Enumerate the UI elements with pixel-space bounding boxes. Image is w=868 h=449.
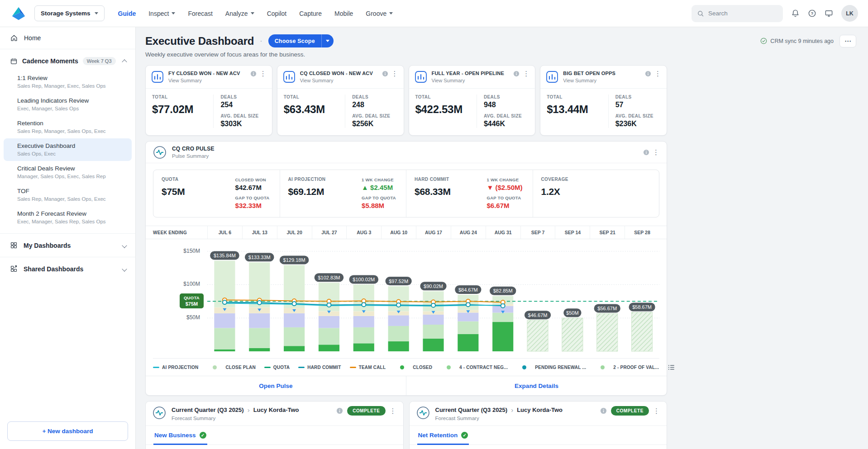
legend-team-call[interactable]: TEAM CALL [350, 365, 386, 370]
help-button[interactable]: ? [808, 9, 816, 18]
line-swatch-icon [350, 367, 356, 368]
main-content: Executive Dashboard · Choose Scope CRM s… [136, 27, 868, 449]
legend-list-icon[interactable] [668, 364, 675, 371]
legend-pending-renewal[interactable]: PENDING RENEWAL ... [516, 365, 586, 370]
nav-groove[interactable]: Groove [366, 10, 393, 17]
sidebar-item-1-1-review[interactable]: 1:1 Review Sales Rep, Manager, Exec, Sal… [4, 71, 132, 93]
info-icon[interactable] [382, 71, 388, 77]
crm-sync-status: CRM sync 9 minutes ago [760, 38, 834, 44]
kpi-total: TOTAL $77.02M [152, 95, 193, 128]
pulse-chart-svg[interactable]: $135.84M$133.33M$129.18M$102.83M$100.02M… [207, 244, 659, 354]
view-summary-link[interactable]: View Summary [300, 78, 377, 83]
week-label: SEP 28 [625, 226, 659, 239]
page-more-button[interactable]: ⋯ [839, 35, 856, 47]
sidebar-section-my-dashboards[interactable]: My Dashboards [0, 233, 135, 257]
kpi-card-fy-closed-won: FY CLOSED WON - NEW ACV View Summary ⋮ T… [145, 65, 272, 136]
sidebar-section-shared-dashboards[interactable]: Shared Dashboards [0, 257, 135, 280]
view-summary-link[interactable]: View Summary [563, 78, 640, 83]
choose-scope-label[interactable]: Choose Scope [268, 34, 321, 47]
nav-forecast[interactable]: Forecast [188, 10, 212, 17]
legend-contract-neg[interactable]: 4 - CONTRACT NEG... [441, 365, 508, 370]
kebab-menu-icon[interactable]: ⋮ [260, 71, 267, 77]
view-summary-link[interactable]: View Summary [432, 78, 509, 83]
nav-mobile[interactable]: Mobile [334, 10, 353, 17]
info-icon[interactable] [645, 71, 651, 77]
choose-scope-button[interactable]: Choose Scope [268, 34, 334, 47]
forecast-owner[interactable]: Lucy Korda-Two [253, 406, 299, 413]
legend-closed[interactable]: CLOSED [394, 365, 432, 370]
new-dashboard-button[interactable]: + New dashboard [7, 421, 128, 441]
legend-quota[interactable]: QUOTA [264, 365, 290, 370]
week-label: SEP 14 [555, 226, 590, 239]
forecast-owner[interactable]: Lucy Korda-Two [517, 406, 563, 413]
kpi-total: TOTAL $63.43M [284, 95, 325, 128]
chart-week-header: WEEK ENDING JUL 6 JUL 13 JUL 20 JUL 27 A… [146, 226, 667, 239]
nav-guide[interactable]: Guide [118, 10, 136, 17]
notifications-button[interactable] [791, 9, 800, 18]
pulse-subtitle: Pulse Summary [172, 153, 638, 159]
week-label: SEP 21 [590, 226, 625, 239]
legend-proof-of-val[interactable]: 2 - PROOF OF VAL... [595, 365, 659, 370]
avatar[interactable]: LK [841, 5, 858, 22]
sidebar-item-executive-dashboard[interactable]: Executive Dashboard Sales Ops, Exec [4, 138, 132, 161]
nav-capture[interactable]: Capture [299, 10, 322, 17]
choose-scope-caret[interactable] [321, 34, 334, 47]
kpi-side-stats: DEALS948 AVG. DEAL SIZE$446K [477, 95, 529, 128]
tab-net-retention[interactable]: Net Retention ✓ [417, 426, 469, 445]
sidebar-item-leading-indicators[interactable]: Leading Indicators Review Exec, Manager,… [4, 93, 132, 116]
kebab-menu-icon[interactable]: ⋮ [391, 71, 398, 77]
sidebar-section-cadence-moments[interactable]: Cadence Moments Week 7 Q3 [0, 49, 135, 70]
status-badge: COMPLETE [347, 406, 385, 416]
open-pulse-link[interactable]: Open Pulse [146, 376, 406, 395]
legend-close-plan[interactable]: CLOSE PLAN [207, 365, 255, 370]
home-icon [10, 34, 18, 42]
presentation-button[interactable] [825, 9, 833, 18]
kebab-menu-icon[interactable]: ⋮ [523, 71, 529, 77]
cadence-title: Cadence Moments [22, 57, 78, 65]
app-logo[interactable] [10, 5, 27, 22]
nav-copilot[interactable]: Copilot [267, 10, 287, 17]
chevron-down-icon [122, 243, 127, 248]
expand-details-link[interactable]: Expand Details [406, 376, 667, 395]
info-icon[interactable] [600, 407, 607, 414]
info-icon[interactable] [336, 407, 343, 414]
info-icon[interactable] [643, 149, 649, 156]
info-icon[interactable] [250, 71, 257, 77]
kebab-menu-icon[interactable]: ⋮ [390, 408, 396, 414]
sidebar-item-home[interactable]: Home [0, 27, 135, 49]
week-label: AUG 31 [486, 226, 520, 239]
view-summary-link[interactable]: View Summary [168, 78, 246, 83]
nav-analyze[interactable]: Analyze [225, 10, 254, 17]
kpi-total: TOTAL $422.53M [415, 95, 463, 128]
kpi-total: TOTAL $13.44M [547, 95, 588, 128]
nav-inspect[interactable]: Inspect [148, 10, 175, 17]
forecast-subtitle: Forecast Summary [172, 416, 331, 421]
page-header: Executive Dashboard · Choose Scope CRM s… [145, 34, 868, 47]
legend-hard-commit[interactable]: HARD COMMIT [298, 365, 341, 370]
svg-text:$90.02M: $90.02M [424, 284, 443, 289]
sidebar-item-critical-deals[interactable]: Critical Deals Review Manager, Sales Ops… [4, 161, 132, 184]
kpi-side-stats: DEALS254 AVG. DEAL SIZE$303K [213, 95, 265, 128]
chart-square-icon [283, 71, 296, 83]
sidebar-item-tof[interactable]: TOF Sales Rep, Manager, Sales Ops, Exec [4, 184, 132, 206]
workspace-selector[interactable]: Storage Systems [34, 5, 105, 21]
cq-cro-pulse-card: CQ CRO PULSE Pulse Summary ⋮ QUOTA$75M C… [145, 141, 667, 396]
info-icon[interactable] [513, 71, 520, 77]
search-box[interactable] [692, 5, 783, 22]
forecast-quarter[interactable]: Current Quarter (Q3 2025) [172, 406, 244, 413]
kebab-menu-icon[interactable]: ⋮ [654, 71, 661, 77]
sidebar: Home Cadence Moments Week 7 Q3 1:1 Revie… [0, 27, 136, 449]
pulse-chart-area[interactable]: $150M $100M $50M QUOTA $75M $135.84M$133… [146, 239, 667, 354]
chart-square-icon [415, 71, 427, 83]
legend-ai-projection[interactable]: AI PROJECTION [153, 365, 198, 370]
check-circle-icon [760, 38, 767, 44]
sidebar-item-retention[interactable]: Retention Sales Rep, Manager, Sales Ops,… [4, 116, 132, 138]
kebab-menu-icon[interactable]: ⋮ [653, 149, 659, 156]
forecast-quarter[interactable]: Current Quarter (Q3 2025) [435, 406, 508, 413]
tab-new-business[interactable]: New Business ✓ [153, 426, 207, 445]
chevron-up-icon [122, 59, 127, 64]
search-input[interactable] [708, 10, 776, 17]
sidebar-item-month-2-forecast[interactable]: Month 2 Forecast Review Exec, Manager, S… [4, 206, 132, 229]
metric-quota: QUOTA$75M CLOSED WON$42.67M GAP TO QUOTA… [153, 170, 280, 217]
kebab-menu-icon[interactable]: ⋮ [653, 408, 660, 414]
